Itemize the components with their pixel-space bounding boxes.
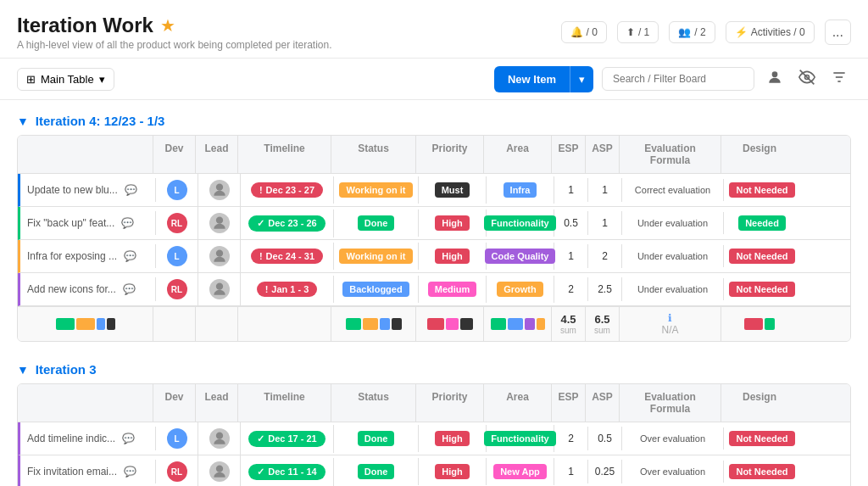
- iteration3-table-header: Dev Lead Timeline Status Priority Area E…: [18, 384, 850, 422]
- area-badge: New App: [493, 464, 547, 479]
- summary-status: [331, 307, 416, 341]
- color-block-blue: [97, 318, 105, 330]
- timeline-badge: ! Dec 23 - 27: [251, 182, 323, 198]
- row1-timeline: ! Dec 23 - 27: [241, 176, 334, 204]
- summary-name: [18, 307, 153, 341]
- chat-icon: 💬: [125, 184, 137, 196]
- design-badge: Needed: [738, 215, 786, 231]
- row3-name: Infra for exposing ... 💬: [20, 244, 156, 268]
- row4-lead: [198, 273, 241, 305]
- row3-lead: [198, 240, 241, 272]
- summary-dev: [153, 307, 196, 341]
- page-title: Iteration Work: [17, 14, 153, 37]
- col-dev: Dev: [153, 384, 196, 422]
- row3-status: Working on it: [334, 243, 419, 270]
- row-i3-2-asp: 0.25: [588, 460, 622, 483]
- svg-point-9: [215, 283, 222, 290]
- table-row: Infra for exposing ... 💬 L ! Dec 24 - 31: [18, 240, 850, 273]
- title-row: Iteration Work ★: [17, 14, 332, 37]
- chat-icon: 💬: [122, 433, 135, 444]
- table-row: Update to new blu... 💬 L ! Dec 23 - 27: [18, 174, 850, 207]
- na-label: N/A: [661, 324, 678, 336]
- content: ▼ Iteration 4: 12/23 - 1/3 Dev Lead Time…: [0, 100, 868, 486]
- row4-asp: 2.5: [588, 277, 622, 301]
- chevron-down-icon: ▾: [99, 73, 105, 86]
- row-i3-1-asp: 0.5: [588, 427, 622, 450]
- row-i3-2-lead: [198, 455, 241, 486]
- row4-esp: 2: [554, 277, 588, 301]
- bell-icon: 🔔: [570, 26, 583, 38]
- col-asp: ASP: [586, 136, 620, 173]
- svg-point-8: [215, 250, 222, 257]
- dev-avatar: L: [167, 428, 187, 449]
- row2-esp: 0.5: [554, 211, 588, 235]
- status-badge: Backlogged: [342, 282, 409, 297]
- row-i3-1-design: Not Needed: [724, 425, 800, 452]
- svg-point-10: [215, 433, 222, 439]
- area-badge: Growth: [497, 282, 543, 297]
- row1-lead: [198, 174, 241, 206]
- row3-design: Not Needed: [724, 243, 800, 270]
- filter-btn[interactable]: [827, 65, 851, 92]
- notifications-btn[interactable]: 🔔 / 0: [561, 21, 607, 43]
- row4-status: Backlogged: [334, 276, 419, 303]
- col-evaluation: Evaluation Formula: [620, 384, 721, 422]
- chat-icon: 💬: [121, 217, 134, 229]
- dev-avatar: RL: [167, 213, 187, 233]
- summary-timeline: [238, 307, 331, 341]
- row-i3-1-status: Done: [334, 425, 419, 452]
- row1-area: Infra: [487, 176, 554, 204]
- col-lead: Lead: [196, 136, 238, 173]
- row4-name: Add new icons for... 💬: [20, 277, 156, 301]
- row1-dev: L: [156, 174, 198, 206]
- col-evaluation: Evaluation Formula: [620, 136, 721, 173]
- row4-area: Growth: [487, 276, 554, 303]
- iteration3-toggle[interactable]: ▼: [17, 363, 29, 377]
- row-i3-1-lead: [198, 422, 241, 455]
- col-dev: Dev: [153, 136, 196, 173]
- design-badge: Not Needed: [729, 182, 794, 198]
- subtitle: A high-level view of all the product wor…: [17, 39, 332, 51]
- iteration4-summary: 4.5 sum 6.5 sum ℹ N/A: [18, 306, 850, 341]
- summary-esp: 4.5 sum: [552, 307, 586, 341]
- new-item-dropdown-btn[interactable]: ▾: [570, 66, 593, 92]
- design-badge: Not Needed: [729, 431, 794, 446]
- row-i3-2-priority: High: [419, 458, 487, 485]
- design-badge: Not Needed: [729, 249, 794, 264]
- row-i3-2-esp: 1: [554, 460, 588, 483]
- hide-columns-btn[interactable]: [795, 65, 819, 92]
- iteration4-title[interactable]: Iteration 4: 12/23 - 1/3: [36, 114, 165, 128]
- col-priority: Priority: [416, 136, 484, 173]
- svg-point-6: [215, 184, 222, 191]
- iteration4-table-header: Dev Lead Timeline Status Priority Area E…: [18, 136, 850, 174]
- main-table-btn[interactable]: ⊞ Main Table ▾: [17, 68, 114, 91]
- row2-timeline: ✓ Dec 23 - 26: [241, 209, 334, 237]
- svg-point-11: [215, 466, 222, 472]
- row3-area: Code Quality: [487, 243, 554, 270]
- row-i3-1-priority: High: [419, 425, 487, 452]
- new-item-main-btn[interactable]: New Item: [494, 66, 570, 92]
- priority-badge: High: [435, 215, 469, 231]
- header: Iteration Work ★ A high-level view of al…: [0, 0, 868, 59]
- col-esp: ESP: [552, 384, 586, 422]
- user-avatar-btn[interactable]: [763, 65, 787, 92]
- iteration3-header: ▼ Iteration 3: [17, 362, 851, 377]
- new-item-btn[interactable]: New Item ▾: [494, 66, 593, 92]
- iteration4-toggle[interactable]: ▼: [17, 115, 29, 128]
- row4-design: Not Needed: [724, 276, 800, 303]
- iteration3-title[interactable]: Iteration 3: [36, 362, 97, 377]
- priority-badge: Must: [435, 182, 470, 198]
- search-input[interactable]: [602, 67, 754, 91]
- color-block-orange: [76, 318, 95, 330]
- col-name: [18, 384, 153, 422]
- people-icon: 👥: [678, 26, 691, 38]
- more-options-btn[interactable]: ...: [825, 20, 851, 45]
- members-btn[interactable]: 👥 / 2: [669, 21, 715, 43]
- col-timeline: Timeline: [238, 136, 331, 173]
- invite-btn[interactable]: ⬆ / 1: [617, 21, 659, 43]
- row-i3-2-dev: RL: [156, 455, 198, 486]
- row2-asp: 1: [588, 211, 622, 235]
- row1-esp: 1: [554, 178, 588, 202]
- row-i3-1-dev: L: [156, 422, 198, 455]
- activities-btn[interactable]: ⚡ Activities / 0: [726, 21, 815, 43]
